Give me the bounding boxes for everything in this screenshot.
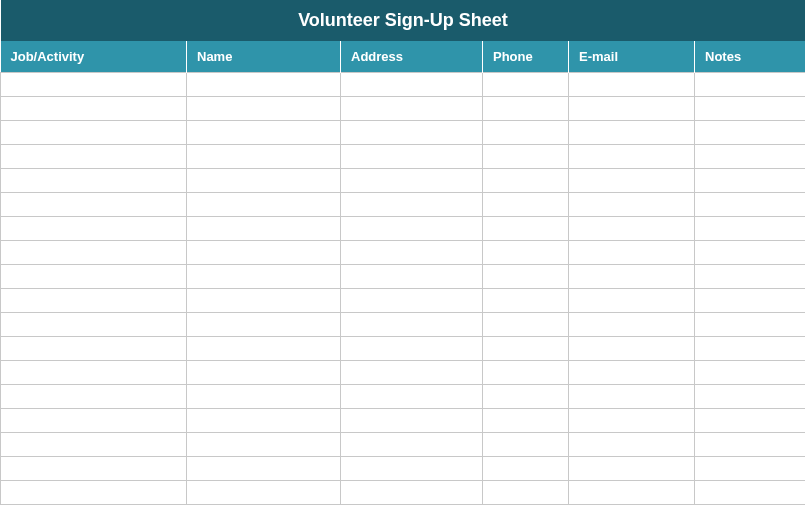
cell-name[interactable] [187,265,341,289]
cell-job[interactable] [1,361,187,385]
cell-name[interactable] [187,481,341,505]
cell-address[interactable] [341,433,483,457]
cell-email[interactable] [569,457,695,481]
cell-address[interactable] [341,385,483,409]
cell-email[interactable] [569,385,695,409]
cell-job[interactable] [1,433,187,457]
cell-notes[interactable] [695,73,806,97]
cell-email[interactable] [569,409,695,433]
cell-name[interactable] [187,217,341,241]
cell-name[interactable] [187,193,341,217]
cell-address[interactable] [341,145,483,169]
cell-notes[interactable] [695,193,806,217]
cell-job[interactable] [1,385,187,409]
cell-phone[interactable] [483,193,569,217]
cell-name[interactable] [187,313,341,337]
cell-job[interactable] [1,313,187,337]
cell-address[interactable] [341,169,483,193]
cell-name[interactable] [187,337,341,361]
cell-address[interactable] [341,457,483,481]
cell-email[interactable] [569,337,695,361]
cell-job[interactable] [1,481,187,505]
cell-address[interactable] [341,217,483,241]
cell-notes[interactable] [695,217,806,241]
cell-phone[interactable] [483,457,569,481]
cell-address[interactable] [341,313,483,337]
cell-notes[interactable] [695,409,806,433]
cell-job[interactable] [1,169,187,193]
cell-phone[interactable] [483,385,569,409]
cell-address[interactable] [341,337,483,361]
cell-address[interactable] [341,121,483,145]
cell-email[interactable] [569,313,695,337]
cell-email[interactable] [569,193,695,217]
cell-phone[interactable] [483,145,569,169]
cell-email[interactable] [569,265,695,289]
cell-job[interactable] [1,409,187,433]
cell-phone[interactable] [483,409,569,433]
cell-notes[interactable] [695,457,806,481]
cell-phone[interactable] [483,361,569,385]
cell-email[interactable] [569,121,695,145]
cell-notes[interactable] [695,481,806,505]
cell-notes[interactable] [695,145,806,169]
cell-name[interactable] [187,241,341,265]
cell-email[interactable] [569,169,695,193]
cell-phone[interactable] [483,313,569,337]
cell-job[interactable] [1,145,187,169]
cell-name[interactable] [187,73,341,97]
cell-name[interactable] [187,169,341,193]
cell-email[interactable] [569,145,695,169]
cell-address[interactable] [341,193,483,217]
cell-notes[interactable] [695,433,806,457]
cell-job[interactable] [1,289,187,313]
cell-notes[interactable] [695,361,806,385]
cell-job[interactable] [1,241,187,265]
cell-phone[interactable] [483,73,569,97]
cell-job[interactable] [1,73,187,97]
cell-address[interactable] [341,241,483,265]
cell-name[interactable] [187,409,341,433]
cell-phone[interactable] [483,121,569,145]
cell-address[interactable] [341,481,483,505]
cell-address[interactable] [341,73,483,97]
cell-job[interactable] [1,121,187,145]
cell-phone[interactable] [483,169,569,193]
cell-address[interactable] [341,289,483,313]
cell-email[interactable] [569,289,695,313]
cell-email[interactable] [569,73,695,97]
cell-job[interactable] [1,217,187,241]
cell-phone[interactable] [483,481,569,505]
cell-name[interactable] [187,385,341,409]
cell-email[interactable] [569,433,695,457]
cell-notes[interactable] [695,337,806,361]
cell-notes[interactable] [695,289,806,313]
cell-phone[interactable] [483,217,569,241]
cell-name[interactable] [187,457,341,481]
cell-phone[interactable] [483,289,569,313]
cell-job[interactable] [1,193,187,217]
cell-name[interactable] [187,121,341,145]
cell-name[interactable] [187,361,341,385]
cell-notes[interactable] [695,121,806,145]
cell-phone[interactable] [483,433,569,457]
cell-email[interactable] [569,97,695,121]
cell-name[interactable] [187,97,341,121]
cell-name[interactable] [187,433,341,457]
cell-job[interactable] [1,457,187,481]
cell-phone[interactable] [483,97,569,121]
cell-job[interactable] [1,265,187,289]
cell-email[interactable] [569,217,695,241]
cell-job[interactable] [1,97,187,121]
cell-notes[interactable] [695,265,806,289]
cell-phone[interactable] [483,241,569,265]
cell-notes[interactable] [695,169,806,193]
cell-phone[interactable] [483,265,569,289]
cell-name[interactable] [187,145,341,169]
cell-email[interactable] [569,481,695,505]
cell-address[interactable] [341,97,483,121]
cell-email[interactable] [569,241,695,265]
cell-notes[interactable] [695,97,806,121]
cell-address[interactable] [341,265,483,289]
cell-address[interactable] [341,361,483,385]
